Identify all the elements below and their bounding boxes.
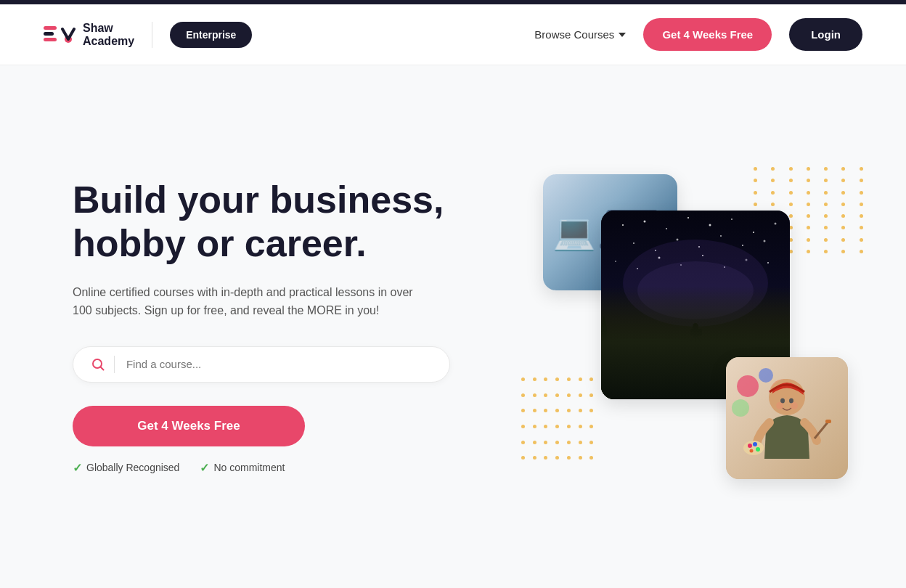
svg-line-45 bbox=[695, 334, 706, 352]
hero-title: Build your business, hobby or career. bbox=[73, 179, 450, 266]
svg-point-23 bbox=[633, 242, 634, 244]
chevron-down-icon bbox=[619, 33, 626, 37]
hero-content: Build your business, hobby or career. On… bbox=[73, 179, 450, 475]
hero-images: (function() { const dp = document.curren… bbox=[543, 174, 848, 479]
login-button[interactable]: Login bbox=[789, 18, 862, 51]
svg-point-16 bbox=[644, 221, 646, 223]
svg-point-55 bbox=[737, 375, 759, 397]
svg-point-17 bbox=[666, 228, 667, 229]
svg-line-53 bbox=[695, 373, 706, 380]
logo-line1: Shaw bbox=[83, 22, 134, 35]
hero-section: Build your business, hobby or career. On… bbox=[0, 65, 906, 573]
logo-icon bbox=[44, 22, 76, 48]
svg-point-19 bbox=[709, 224, 711, 226]
logo: Shaw Academy bbox=[44, 22, 134, 48]
svg-point-20 bbox=[731, 219, 732, 220]
svg-point-63 bbox=[791, 402, 798, 409]
svg-rect-1 bbox=[44, 32, 54, 36]
svg-line-49 bbox=[690, 332, 695, 334]
image-card-artist bbox=[726, 357, 848, 479]
search-divider bbox=[114, 356, 115, 373]
get-free-button-hero[interactable]: Get 4 Weeks Free bbox=[73, 406, 305, 446]
header-left: Shaw Academy Enterprise bbox=[44, 22, 252, 48]
svg-rect-65 bbox=[825, 420, 831, 423]
trust-label-2: No commitment bbox=[213, 462, 285, 473]
svg-point-47 bbox=[693, 323, 698, 330]
trust-globally-recognised: ✓ Globally Recognised bbox=[73, 461, 179, 475]
svg-point-39 bbox=[637, 261, 754, 319]
svg-rect-2 bbox=[44, 38, 57, 41]
svg-point-67 bbox=[748, 444, 752, 448]
artist-image bbox=[726, 357, 848, 479]
svg-point-62 bbox=[776, 402, 783, 409]
svg-rect-46 bbox=[690, 329, 702, 336]
svg-point-69 bbox=[756, 447, 760, 452]
enterprise-button[interactable]: Enterprise bbox=[170, 22, 252, 48]
svg-point-18 bbox=[687, 217, 689, 219]
svg-point-58 bbox=[732, 399, 749, 417]
svg-line-51 bbox=[685, 373, 695, 380]
svg-point-21 bbox=[753, 232, 754, 233]
svg-point-22 bbox=[775, 223, 777, 225]
svg-point-30 bbox=[615, 261, 616, 262]
svg-point-68 bbox=[753, 442, 757, 446]
svg-point-27 bbox=[720, 235, 722, 237]
svg-rect-41 bbox=[601, 327, 607, 341]
get-free-button-header[interactable]: Get 4 Weeks Free bbox=[643, 18, 772, 51]
logo-line2: Academy bbox=[83, 35, 134, 48]
check-icon-1: ✓ bbox=[73, 461, 82, 475]
svg-line-43 bbox=[685, 334, 695, 352]
browse-courses-label: Browse Courses bbox=[534, 28, 614, 41]
header-right: Browse Courses Get 4 Weeks Free Login bbox=[534, 18, 862, 51]
hero-subtitle: Online certified courses with in-depth a… bbox=[73, 283, 421, 320]
search-bar bbox=[73, 346, 450, 383]
svg-line-5 bbox=[101, 367, 104, 369]
svg-point-29 bbox=[764, 240, 766, 242]
trust-label-1: Globally Recognised bbox=[86, 462, 179, 473]
logo-divider bbox=[152, 22, 152, 48]
dot-pattern-bottom-left: (function() { const dp = document.curren… bbox=[521, 377, 594, 465]
logo-text: Shaw Academy bbox=[83, 22, 134, 47]
trust-badges: ✓ Globally Recognised ✓ No commitment bbox=[73, 461, 450, 475]
svg-point-56 bbox=[759, 368, 773, 383]
svg-point-15 bbox=[622, 224, 624, 226]
svg-point-37 bbox=[767, 262, 769, 264]
check-icon-2: ✓ bbox=[200, 461, 209, 475]
search-input[interactable] bbox=[126, 358, 432, 370]
svg-point-28 bbox=[742, 245, 743, 246]
browse-courses-dropdown[interactable]: Browse Courses bbox=[534, 28, 626, 41]
search-icon bbox=[91, 357, 105, 372]
svg-marker-42 bbox=[601, 316, 607, 328]
svg-rect-0 bbox=[44, 26, 57, 30]
header: Shaw Academy Enterprise Browse Courses G… bbox=[0, 4, 906, 65]
trust-no-commitment: ✓ No commitment bbox=[200, 461, 285, 475]
svg-point-70 bbox=[750, 449, 754, 453]
svg-point-25 bbox=[677, 239, 679, 241]
